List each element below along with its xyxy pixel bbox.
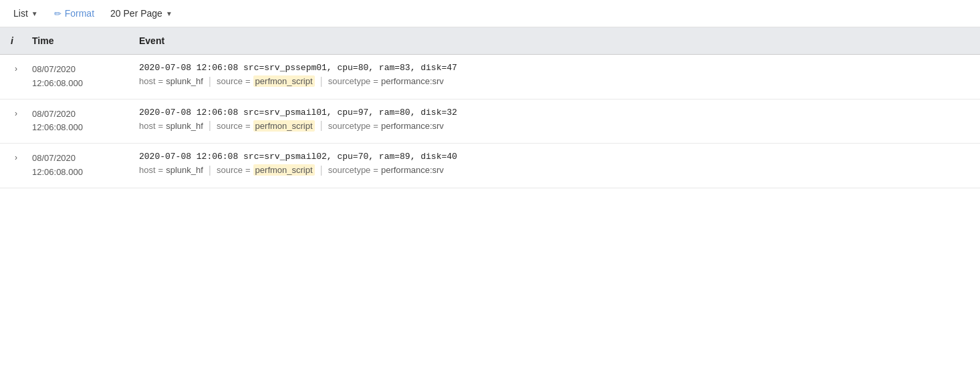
meta-equals: = [245, 121, 251, 131]
row-expand-button[interactable]: › [0, 63, 24, 73]
meta-equals: = [373, 165, 378, 175]
header-time: Time [24, 34, 131, 47]
table-row: ›08/07/202012:06:08.0002020-07-08 12:06:… [0, 144, 980, 188]
meta-item: host = splunk_hf [139, 121, 203, 131]
event-main-text: 2020-07-08 12:06:08 src=srv_pssepm01, cp… [139, 63, 972, 73]
meta-separator: | [209, 120, 211, 131]
meta-item: |source = perfmon_script [203, 75, 315, 87]
meta-key: sourcetype [328, 121, 371, 131]
row-time: 08/07/202012:06:08.000 [24, 63, 131, 91]
meta-separator: | [209, 165, 211, 176]
meta-equals: = [158, 76, 164, 86]
row-event: 2020-07-08 12:06:08 src=srv_pssepm01, cp… [131, 63, 980, 87]
meta-item: host = splunk_hf [139, 76, 203, 86]
meta-separator: | [320, 120, 323, 131]
event-meta: host = splunk_hf|source = perfmon_script… [139, 164, 972, 176]
event-meta: host = splunk_hf|source = perfmon_script… [139, 75, 972, 87]
row-event: 2020-07-08 12:06:08 src=srv_psmail01, cp… [131, 108, 980, 132]
format-label: Format [65, 8, 94, 19]
meta-separator: | [320, 76, 323, 87]
meta-key: sourcetype [328, 165, 371, 175]
event-main-text: 2020-07-08 12:06:08 src=srv_psmail02, cp… [139, 152, 972, 162]
meta-equals: = [373, 121, 378, 131]
per-page-dropdown-button[interactable]: 20 Per Page ▼ [110, 8, 172, 19]
time-ms: 12:06:08.000 [32, 167, 83, 177]
time-ms: 12:06:08.000 [32, 78, 83, 88]
meta-item: |sourcetype = performance:srv [315, 76, 444, 87]
meta-item: |source = perfmon_script [203, 164, 315, 176]
table-header: i Time Event [0, 27, 980, 55]
toolbar: List ▼ ✏ Format 20 Per Page ▼ [0, 0, 980, 27]
meta-separator: | [320, 165, 323, 176]
per-page-label: 20 Per Page [110, 8, 162, 19]
event-main-text: 2020-07-08 12:06:08 src=srv_psmail01, cp… [139, 108, 972, 118]
list-label: List [13, 8, 28, 19]
meta-item: |source = perfmon_script [203, 120, 315, 132]
meta-value: splunk_hf [166, 165, 203, 175]
row-expand-button[interactable]: › [0, 152, 24, 162]
meta-value: performance:srv [381, 121, 444, 131]
row-expand-button[interactable]: › [0, 108, 24, 118]
meta-value: splunk_hf [166, 76, 203, 86]
pencil-icon: ✏ [54, 9, 62, 19]
meta-key: source [217, 165, 243, 175]
meta-equals: = [245, 76, 251, 86]
time-ms: 12:06:08.000 [32, 122, 83, 132]
meta-separator: | [209, 76, 211, 87]
format-button[interactable]: ✏ Format [54, 8, 94, 19]
meta-equals: = [158, 121, 164, 131]
time-date: 08/07/2020 [32, 64, 76, 74]
table-row: ›08/07/202012:06:08.0002020-07-08 12:06:… [0, 55, 980, 100]
row-event: 2020-07-08 12:06:08 src=srv_psmail02, cp… [131, 152, 980, 176]
meta-value: perfmon_script [253, 164, 315, 176]
meta-item: |sourcetype = performance:srv [315, 165, 444, 176]
meta-item: host = splunk_hf [139, 165, 203, 175]
row-time: 08/07/202012:06:08.000 [24, 152, 131, 180]
event-meta: host = splunk_hf|source = perfmon_script… [139, 120, 972, 132]
meta-key: source [217, 76, 243, 86]
meta-equals: = [158, 165, 164, 175]
header-event: Event [131, 34, 980, 47]
meta-value: performance:srv [381, 76, 444, 86]
list-dropdown-button[interactable]: List ▼ [13, 8, 38, 19]
meta-value: perfmon_script [253, 75, 315, 87]
meta-key: sourcetype [328, 76, 371, 86]
table-body: ›08/07/202012:06:08.0002020-07-08 12:06:… [0, 55, 980, 188]
meta-equals: = [245, 165, 251, 175]
time-date: 08/07/2020 [32, 109, 76, 119]
meta-key: source [217, 121, 243, 131]
meta-item: |sourcetype = performance:srv [315, 120, 444, 131]
per-page-dropdown-arrow: ▼ [166, 10, 172, 17]
time-date: 08/07/2020 [32, 153, 76, 163]
meta-value: performance:srv [381, 165, 444, 175]
header-i: i [0, 34, 24, 47]
meta-value: perfmon_script [253, 120, 315, 132]
meta-key: host [139, 76, 156, 86]
row-time: 08/07/202012:06:08.000 [24, 108, 131, 136]
meta-equals: = [373, 76, 378, 86]
meta-value: splunk_hf [166, 121, 203, 131]
meta-key: host [139, 121, 156, 131]
list-dropdown-arrow: ▼ [31, 10, 38, 17]
table-row: ›08/07/202012:06:08.0002020-07-08 12:06:… [0, 100, 980, 144]
meta-key: host [139, 165, 156, 175]
results-table: i Time Event ›08/07/202012:06:08.0002020… [0, 27, 980, 188]
